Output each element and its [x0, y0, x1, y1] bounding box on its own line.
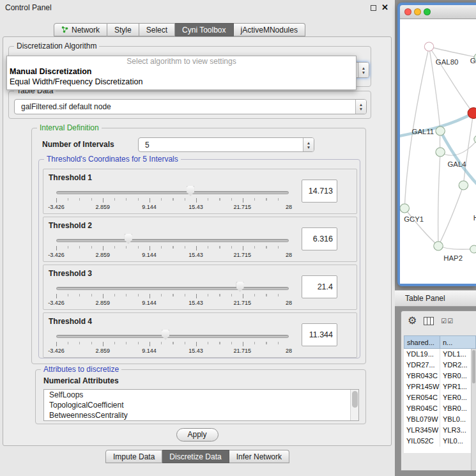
threshold-1-slider[interactable]: -3.426 2.859 9.144 15.43 21.715 28: [56, 185, 289, 213]
cell[interactable]: YIL052C: [404, 436, 440, 447]
tab-network[interactable]: Network: [54, 23, 107, 36]
number-of-intervals-combo[interactable]: 5 ▲ ▼: [138, 137, 314, 152]
threshold-2-slider[interactable]: -3.426 2.859 9.144 15.43 21.715 28: [56, 233, 289, 261]
network-node[interactable]: [436, 127, 445, 135]
numerical-attributes-list: SelfLoops TopologicalCoefficient Between…: [43, 389, 359, 421]
tab-infer-network[interactable]: Infer Network: [229, 450, 289, 463]
list-item[interactable]: BetweennessCentrality: [44, 410, 358, 420]
close-traffic-light-icon[interactable]: [404, 8, 411, 15]
zoom-traffic-light-icon[interactable]: [424, 8, 431, 15]
tab-jactivemnodules-label: jActiveMNodules: [241, 26, 298, 35]
combo-stepper-icon[interactable]: ▲ ▼: [355, 100, 366, 114]
network-edge[interactable]: [438, 246, 474, 249]
cell[interactable]: YDR27...: [404, 360, 440, 371]
network-edge[interactable]: [429, 47, 473, 113]
cell[interactable]: YER054C: [404, 392, 440, 403]
slider-thumb[interactable]: [162, 330, 169, 340]
algorithm-option-manual[interactable]: Manual Discretization: [7, 66, 356, 77]
combo-stepper-icon[interactable]: ▲ ▼: [358, 63, 369, 77]
stepper-up-icon[interactable]: ▲: [307, 141, 311, 145]
selected-network-node[interactable]: [468, 108, 476, 119]
network-node[interactable]: [459, 181, 468, 190]
slider-track[interactable]: [56, 191, 289, 194]
tab-style[interactable]: Style: [107, 23, 139, 36]
list-item[interactable]: TopologicalCoefficient: [44, 400, 358, 410]
slider-track[interactable]: [56, 239, 289, 242]
network-canvas[interactable]: GAL80 GAL11 GAL4 GCY1 HAP2 GA H: [400, 19, 476, 284]
table-panel-title: Table Panel: [405, 294, 445, 303]
network-edge[interactable]: [438, 152, 440, 246]
tab-jactivemnodules[interactable]: jActiveMNodules: [234, 23, 305, 36]
stepper-up-icon[interactable]: ▲: [359, 102, 363, 107]
columns-icon[interactable]: [424, 317, 434, 325]
threshold-3-value-field[interactable]: 21.4: [302, 275, 337, 298]
table-row[interactable]: YBR045CYBR0...: [404, 403, 476, 414]
slider-thumb[interactable]: [236, 282, 244, 292]
network-window-titlebar[interactable]: [400, 5, 476, 19]
network-edge-highlighted[interactable]: [440, 131, 476, 187]
column-header-name[interactable]: n...: [440, 335, 476, 349]
list-item[interactable]: SelfLoops: [44, 390, 358, 400]
network-tab-icon: [61, 26, 68, 33]
table-data-group: Table Data galFiltered.sif default node …: [8, 91, 371, 119]
cell[interactable]: YPR145W: [404, 381, 440, 392]
table-row[interactable]: YDR27...YDR2...: [404, 360, 476, 371]
table-scrollbar[interactable]: [471, 349, 476, 470]
algorithm-option-equal-width[interactable]: Equal Width/Frequency Discretization: [7, 77, 356, 87]
float-window-icon[interactable]: [371, 5, 376, 11]
cell[interactable]: YBR045C: [404, 403, 440, 414]
network-edge[interactable]: [404, 208, 438, 246]
table-row[interactable]: YBL079WYBL0...: [404, 414, 476, 425]
close-icon[interactable]: ✕: [381, 4, 388, 12]
network-edge[interactable]: [438, 185, 463, 246]
network-graph[interactable]: GAL80 GAL11 GAL4 GCY1 HAP2 GA H: [400, 19, 476, 284]
stepper-down-icon[interactable]: ▼: [307, 145, 311, 150]
slider-thumb[interactable]: [125, 234, 132, 244]
threshold-4-value-field[interactable]: 11.344: [302, 323, 337, 346]
table-row[interactable]: YBR043CYBR0...: [404, 371, 476, 381]
threshold-4-slider[interactable]: -3.426 2.859 9.144 15.43 21.715 28: [56, 328, 289, 357]
stepper-down-icon[interactable]: ▼: [362, 70, 365, 75]
tab-impute-data[interactable]: Impute Data: [105, 450, 162, 463]
select-checkboxes-icon[interactable]: ☑☑: [441, 318, 454, 325]
list-scrollbar[interactable]: [350, 390, 358, 420]
algorithm-placeholder-option[interactable]: Select algorithm to view settings: [7, 57, 356, 66]
network-node[interactable]: [436, 148, 445, 157]
network-node[interactable]: [400, 204, 409, 213]
cell[interactable]: YBL079W: [404, 414, 440, 425]
tick-label: 15.43: [188, 252, 203, 258]
tab-discretize-data-label: Discretize Data: [169, 452, 221, 461]
stepper-up-icon[interactable]: ▲: [362, 66, 365, 70]
table-row[interactable]: YLR345WYLR3...: [404, 425, 476, 436]
apply-button[interactable]: Apply: [176, 428, 219, 441]
scrollbar-thumb[interactable]: [472, 350, 475, 383]
network-node[interactable]: [434, 242, 443, 250]
table-row[interactable]: YDL19...YDL1...: [404, 349, 476, 360]
cell[interactable]: YBR043C: [404, 371, 440, 381]
tab-select[interactable]: Select: [139, 23, 175, 36]
threshold-2-value-field[interactable]: 6.316: [302, 227, 337, 250]
tab-cyni-toolbox[interactable]: Cyni Toolbox: [175, 23, 233, 36]
threshold-3-slider[interactable]: -3.426 2.859 9.144 15.43 21.715 28: [56, 280, 289, 309]
slider-track[interactable]: [56, 335, 289, 338]
threshold-1-value-field[interactable]: 14.713: [302, 180, 337, 203]
gear-icon[interactable]: ⚙: [408, 316, 417, 326]
table-data-combo[interactable]: galFiltered.sif default node ▲ ▼: [14, 99, 367, 114]
slider-thumb[interactable]: [187, 186, 194, 196]
cell[interactable]: YLR345W: [404, 425, 440, 436]
table-row[interactable]: YPR145WYPR1...: [404, 381, 476, 392]
minimize-traffic-light-icon[interactable]: [414, 8, 421, 15]
table-row[interactable]: YIL052CYIL0...: [404, 436, 476, 447]
table-header-row: shared... n...: [404, 335, 476, 349]
slider-track[interactable]: [56, 287, 289, 290]
tab-discretize-data[interactable]: Discretize Data: [162, 450, 229, 463]
column-header-shared-name[interactable]: shared...: [404, 335, 440, 349]
cell[interactable]: YDL19...: [404, 349, 440, 360]
combo-stepper-icon[interactable]: ▲ ▼: [303, 138, 314, 151]
network-edge[interactable]: [429, 47, 476, 58]
network-node[interactable]: [470, 245, 476, 253]
scrollbar-thumb[interactable]: [352, 391, 358, 408]
table-row[interactable]: YER054CYER0...: [404, 392, 476, 403]
network-node[interactable]: [424, 42, 433, 51]
stepper-down-icon[interactable]: ▼: [359, 107, 363, 111]
